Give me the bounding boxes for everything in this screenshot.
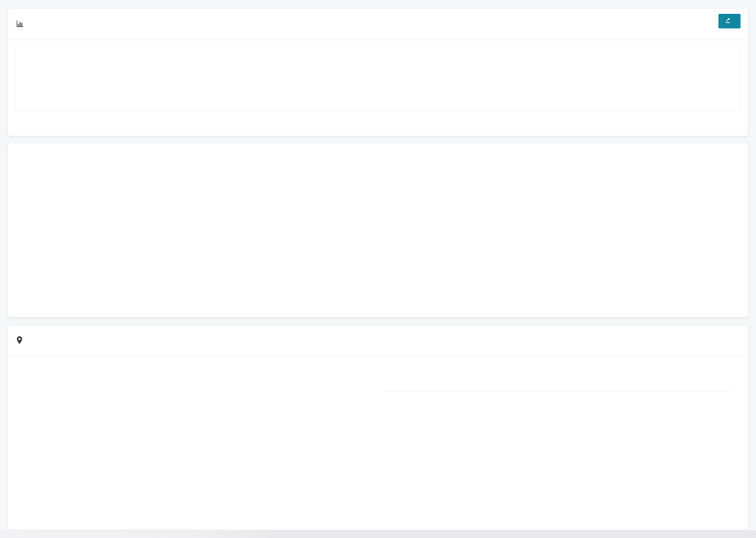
- export-icon: [725, 17, 731, 26]
- map-pin-icon: [16, 336, 24, 345]
- stats-summary: [16, 46, 740, 112]
- geo-opens-card: [8, 325, 748, 530]
- geo-table: [383, 391, 734, 391]
- export-basic-stats-button[interactable]: [719, 14, 740, 28]
- bar-chart-icon: [16, 19, 25, 28]
- geo-opens-header: [8, 325, 748, 356]
- page-bottom-background: [0, 530, 756, 538]
- geo-pie-chart[interactable]: [45, 390, 190, 530]
- tracking-stats-header: [8, 9, 748, 39]
- geo-opens-body: [8, 356, 748, 530]
- tracking-stats-card: [8, 8, 748, 136]
- rates-card: [8, 143, 748, 317]
